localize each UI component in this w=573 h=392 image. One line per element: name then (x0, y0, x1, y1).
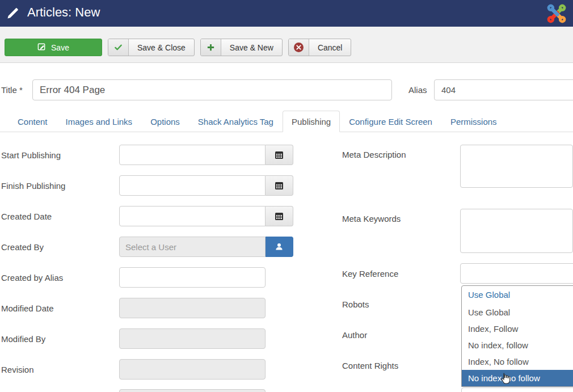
created-by-alias-label: Created by Alias (0, 273, 119, 283)
key-reference-row: Key Reference (341, 263, 573, 284)
calendar-button[interactable] (266, 206, 293, 226)
user-icon (275, 242, 284, 251)
tab-content[interactable]: Content (9, 111, 57, 132)
finish-publishing-row: Finish Publishing (0, 175, 301, 196)
robots-option-index-follow[interactable]: Index, Follow (462, 321, 573, 337)
robots-option-noindex-nofollow[interactable]: No index, no follow (462, 370, 573, 386)
joomla-logo (543, 1, 570, 29)
modified-date-row: Modified Date (0, 298, 301, 318)
key-reference-label: Key Reference (341, 269, 460, 279)
robots-selected-value[interactable]: Use Global (462, 286, 573, 304)
cancel-label: Cancel (309, 39, 351, 56)
tab-configure-edit-screen[interactable]: Configure Edit Screen (340, 111, 441, 132)
modified-by-input (119, 328, 266, 349)
robots-option-index-nofollow[interactable]: Index, No follow (462, 353, 573, 370)
created-date-label: Created Date (0, 212, 119, 221)
toolbar: Save Save & Close Save & New (0, 27, 573, 63)
created-by-input[interactable] (119, 237, 266, 257)
tab-publishing[interactable]: Publishing (283, 111, 340, 132)
revision-row: Revision (0, 359, 301, 380)
title-label: Title * (1, 85, 23, 95)
start-publishing-row: Start Publishing (0, 145, 301, 165)
meta-keywords-label: Meta Keywords (341, 209, 460, 224)
tab-options[interactable]: Options (141, 111, 189, 132)
created-by-label: Created By (0, 242, 119, 252)
cancel-x-icon (289, 39, 309, 56)
page-header: Articles: New (0, 0, 573, 27)
save-button-label: Save (51, 43, 69, 52)
modified-date-input (119, 298, 266, 318)
modified-by-row: Modified By (0, 328, 301, 349)
calendar-icon (275, 212, 284, 221)
meta-description-textarea[interactable] (460, 145, 573, 188)
created-date-row: Created Date (0, 206, 301, 226)
robots-select-open: Use Global Use Global Index, Follow No i… (461, 285, 573, 387)
robots-option-noindex-follow[interactable]: No index, follow (462, 337, 573, 353)
modified-by-label: Modified By (0, 334, 119, 344)
key-reference-input[interactable] (460, 263, 573, 284)
revision-input (119, 359, 266, 380)
save-close-label: Save & Close (129, 39, 194, 56)
plus-icon (201, 39, 221, 56)
calendar-button[interactable] (266, 175, 293, 196)
tab-images-and-links[interactable]: Images and Links (57, 111, 142, 132)
modified-date-label: Modified Date (0, 304, 119, 313)
save-new-label: Save & New (221, 39, 282, 56)
created-date-input[interactable] (119, 206, 266, 226)
meta-keywords-row: Meta Keywords (341, 209, 573, 253)
created-by-row: Created By (0, 237, 301, 257)
save-icon (37, 43, 46, 53)
finish-publishing-label: Finish Publishing (0, 181, 119, 191)
revision-label: Revision (0, 365, 119, 374)
calendar-icon (275, 150, 284, 159)
select-user-button[interactable] (266, 237, 293, 257)
author-label: Author (341, 330, 460, 340)
edit-tabs: Content Images and Links Options Shack A… (0, 111, 573, 132)
calendar-button[interactable] (266, 145, 293, 165)
publishing-left-column: Start Publishing Finish Publishing (0, 145, 301, 390)
title-input[interactable] (32, 79, 392, 100)
content-rights-label: Content Rights (341, 361, 460, 370)
created-by-alias-input[interactable] (119, 267, 266, 288)
meta-description-row: Meta Description (341, 145, 573, 199)
save-button[interactable]: Save (5, 39, 102, 56)
tab-permissions[interactable]: Permissions (441, 111, 506, 132)
page-title: Articles: New (27, 5, 100, 20)
partial-input (119, 389, 266, 392)
tab-shack-analytics-tag[interactable]: Shack Analytics Tag (189, 111, 283, 132)
finish-publishing-input[interactable] (119, 175, 266, 196)
save-close-button[interactable]: Save & Close (108, 39, 195, 56)
meta-description-label: Meta Description (341, 145, 460, 159)
pencil-icon (6, 6, 20, 23)
partial-input (461, 387, 573, 392)
cancel-button[interactable]: Cancel (288, 39, 352, 56)
created-by-alias-row: Created by Alias (0, 267, 301, 288)
start-publishing-input[interactable] (119, 145, 266, 165)
robots-option-use-global[interactable]: Use Global (462, 304, 573, 321)
meta-keywords-textarea[interactable] (460, 209, 573, 253)
calendar-icon (275, 181, 284, 190)
check-icon (108, 39, 129, 56)
start-publishing-label: Start Publishing (0, 150, 119, 160)
alias-label: Alias (408, 85, 427, 95)
robots-label: Robots (341, 300, 460, 309)
alias-input[interactable] (434, 79, 573, 100)
save-new-button[interactable]: Save & New (200, 39, 283, 56)
